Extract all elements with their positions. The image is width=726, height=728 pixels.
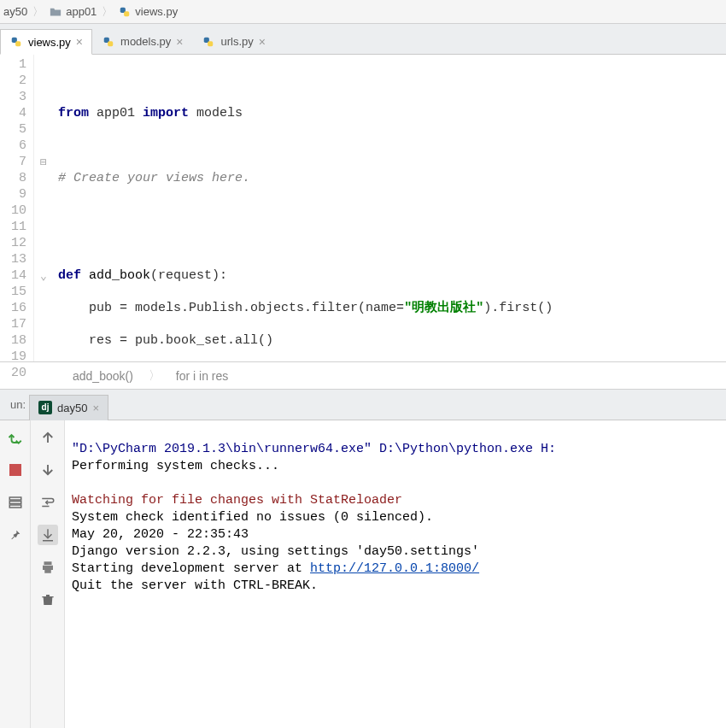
trash-icon[interactable] [38,590,58,610]
run-toolbar-right [31,420,65,728]
console-line: Starting development server at [72,561,310,576]
code-breadcrumb: add_book() 〉 for i in res [0,362,726,390]
breadcrumb-item[interactable]: ay50 [3,5,27,18]
tab-views[interactable]: views.py × [0,29,92,55]
run-toolbar-left [0,420,31,728]
editor-tabs: views.py × models.py × urls.py × [0,24,726,55]
breadcrumb-label: ay50 [3,5,27,18]
console-line: Quit the server with CTRL-BREAK. [72,578,318,593]
stop-icon[interactable] [5,460,26,480]
python-file-icon [9,35,23,49]
layout-icon[interactable] [5,492,26,513]
svg-rect-9 [9,497,21,500]
pin-icon[interactable] [5,525,26,545]
breadcrumb-label: app01 [66,5,97,18]
tab-label: views.py [28,36,71,49]
console-line: Django version 2.2.3, using settings 'da… [72,544,479,559]
line-numbers: 1234567891011121314151617181920 [0,55,34,361]
breadcrumb-item[interactable]: app01 [49,5,97,19]
close-icon[interactable]: × [92,402,99,414]
python-file-icon [102,35,115,49]
chevron-right-icon: 〉 [100,4,114,20]
close-icon[interactable]: × [176,36,183,48]
run-panel: un: dj day50 × [0,390,726,728]
rerun-icon[interactable] [5,427,26,448]
svg-rect-11 [9,505,21,508]
python-file-icon [118,5,132,19]
run-tab-label: day50 [57,402,87,414]
arrow-up-icon[interactable] [38,427,58,448]
tab-label: models.py [120,35,171,48]
soft-wrap-icon[interactable] [38,492,58,513]
folder-icon [49,5,62,19]
console-output[interactable]: "D:\PyCharm 2019.1.3\bin\runnerw64.exe" … [65,420,726,728]
code-crumb-function[interactable]: add_book() [73,369,133,383]
breadcrumb-label: views.py [135,5,178,18]
console-command: "D:\PyCharm 2019.1.3\bin\runnerw64.exe" … [72,442,556,456]
run-label: un: [0,398,29,411]
close-icon[interactable]: × [259,36,266,48]
run-tabs-bar: un: dj day50 × [0,390,726,420]
svg-rect-1 [124,11,129,16]
console-watch-line: Watching for file changes with StatReloa… [72,493,402,508]
breadcrumb-item[interactable]: views.py [118,5,178,19]
console-line: System check identified no issues (0 sil… [72,510,433,525]
chevron-right-icon: 〉 [149,368,161,384]
breadcrumb-bar: ay50 〉 app01 〉 views.py [0,0,726,24]
tab-label: urls.py [220,35,253,48]
run-tab-day50[interactable]: dj day50 × [29,395,108,420]
fold-column: ⊟⌄ [34,55,53,361]
svg-rect-10 [9,502,21,504]
svg-rect-5 [108,41,113,46]
print-icon[interactable] [38,557,58,578]
svg-rect-3 [15,41,20,46]
svg-rect-7 [208,41,214,46]
run-body: "D:\PyCharm 2019.1.3\bin\runnerw64.exe" … [0,420,726,728]
scroll-to-end-icon[interactable] [38,525,58,545]
close-icon[interactable]: × [76,36,83,48]
tab-models[interactable]: models.py × [92,28,192,54]
editor-area: 1234567891011121314151617181920 ⊟⌄ from … [0,55,726,362]
django-icon: dj [38,401,52,414]
svg-rect-8 [9,464,21,476]
python-file-icon [202,35,215,49]
tab-urls[interactable]: urls.py × [192,28,274,54]
console-line: May 20, 2020 - 22:35:43 [72,527,249,542]
code-editor[interactable]: from app01 import models # Create your v… [53,55,726,361]
arrow-down-icon[interactable] [38,460,58,480]
console-line: Performing system checks... [72,459,279,473]
console-url-link[interactable]: http://127.0.0.1:8000/ [310,561,479,576]
code-crumb-loop[interactable]: for i in res [176,369,228,383]
chevron-right-icon: 〉 [31,4,45,20]
